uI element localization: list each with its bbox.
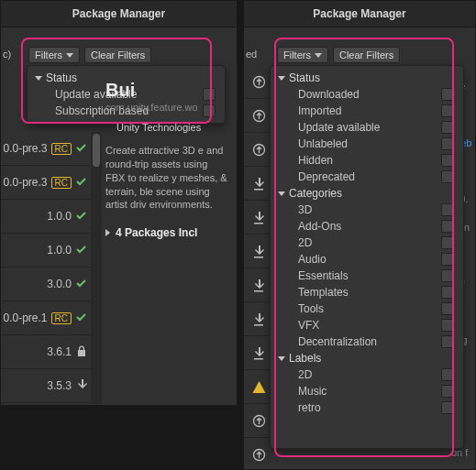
check-icon (75, 209, 87, 224)
checkbox[interactable] (441, 269, 454, 282)
version-row[interactable]: 3.6.1 (1, 335, 91, 369)
group-label: Status (289, 71, 320, 84)
filter-item[interactable]: Audio (271, 251, 463, 268)
checkbox[interactable] (441, 335, 454, 348)
panel-title: Package Manager (72, 7, 165, 20)
filter-item-label: 2D (298, 368, 312, 381)
left-panel: Package Manager c) Filters Clear Filters… (0, 0, 238, 406)
filter-item-label: Hidden (298, 154, 333, 167)
checkbox[interactable] (441, 88, 454, 101)
filter-item[interactable]: Tools (271, 301, 463, 317)
checkbox[interactable] (441, 121, 454, 134)
toolbar: Filters Clear Filters (1, 47, 237, 63)
group-labels[interactable]: Labels (271, 350, 463, 366)
check-icon (75, 311, 87, 325)
version-list: 0.0-pre.3RC0.0-pre.3RC1.0.01.0.03.0.00.0… (1, 132, 91, 403)
group-categories[interactable]: Categories (271, 185, 463, 202)
checkbox[interactable] (441, 368, 454, 381)
filter-item-label: Essentials (298, 269, 349, 282)
group-status[interactable]: Status (271, 70, 463, 86)
rc-badge: RC (51, 312, 72, 324)
filter-item[interactable]: Hidden (271, 152, 463, 169)
package-description: Create attractive 3D e and round-trip as… (105, 144, 228, 212)
checkbox[interactable] (441, 286, 454, 299)
version-row[interactable]: 0.0-pre.3RC (1, 132, 91, 166)
version-row[interactable]: 0.0-pre.1RC (1, 301, 91, 335)
filter-item[interactable]: Add-Ons (271, 218, 463, 235)
filter-item-label: Tools (298, 302, 324, 315)
group-label: Categories (289, 187, 342, 200)
lock-icon (75, 344, 87, 359)
package-author: Unity Technologies (105, 122, 228, 133)
filter-item-label: VFX (298, 319, 319, 332)
version-row[interactable]: 3.0.0 (1, 268, 91, 301)
filter-item[interactable]: Unlabeled (271, 136, 463, 152)
check-icon (75, 243, 87, 257)
filter-item-label: Deprecated (298, 170, 355, 183)
version-row[interactable]: 1.0.0 (1, 200, 91, 234)
filters-button[interactable]: Filters (277, 47, 328, 63)
filter-item-label: Audio (298, 253, 327, 266)
scrollbar[interactable] (91, 132, 102, 404)
filter-item-label: 2D (298, 236, 312, 249)
expand-icon (35, 76, 42, 81)
checkbox[interactable] (441, 385, 454, 398)
checkbox[interactable] (441, 154, 454, 167)
checkbox[interactable] (441, 220, 454, 233)
clear-filters-button[interactable]: Clear Filters (333, 47, 400, 63)
filters-button[interactable]: Filters (28, 47, 80, 63)
rc-badge: RC (51, 177, 72, 189)
check-icon (75, 141, 87, 156)
filter-item[interactable]: 2D (271, 235, 463, 251)
filter-item-label: Unlabeled (298, 137, 348, 150)
check-icon (75, 277, 87, 291)
expand-right-icon (105, 229, 110, 236)
packages-included-row[interactable]: 4 Packages Incl (105, 226, 228, 239)
version-text: 0.0-pre.1 (4, 312, 48, 324)
filter-item-label: retro (298, 401, 321, 414)
version-text: 1.0.0 (47, 244, 72, 257)
filter-item[interactable]: Decentralization (271, 333, 463, 350)
filters-label: Filters (283, 49, 311, 60)
package-title: Bui (105, 80, 228, 100)
checkbox[interactable] (441, 203, 454, 216)
rc-badge: RC (51, 143, 72, 155)
filter-item[interactable]: Templates (271, 284, 463, 301)
clear-filters-button[interactable]: Clear Filters (84, 47, 151, 63)
filter-item[interactable]: Update available (271, 119, 463, 136)
filter-item[interactable]: Music (271, 383, 463, 399)
filter-item[interactable]: retro (271, 399, 463, 416)
checkbox[interactable] (441, 302, 454, 315)
checkbox[interactable] (441, 236, 454, 249)
check-icon (75, 175, 87, 190)
version-row[interactable]: 3.5.3 (1, 369, 91, 403)
expand-icon (278, 356, 285, 361)
checkbox[interactable] (441, 104, 454, 117)
expand-icon (278, 76, 285, 81)
filter-item[interactable]: 3D (271, 202, 463, 218)
group-label: Labels (289, 352, 321, 365)
checkbox[interactable] (441, 170, 454, 183)
filter-item[interactable]: Essentials (271, 268, 463, 284)
filter-item[interactable]: Imported (271, 103, 463, 119)
checkbox[interactable] (441, 319, 454, 332)
filter-item[interactable]: VFX (271, 317, 463, 333)
version-text: 0.0-pre.3 (4, 142, 48, 155)
version-row[interactable]: 1.0.0 (1, 234, 91, 268)
group-label: Status (46, 71, 77, 84)
filter-item-label: Decentralization (298, 335, 377, 348)
checkbox[interactable] (441, 137, 454, 150)
right-panel: Package Manager ed Filters Clear Filters… (243, 0, 476, 470)
panel-header: Package Manager (1, 1, 237, 27)
checkbox[interactable] (441, 253, 454, 266)
filter-item-label: Downloaded (298, 88, 360, 101)
version-row[interactable]: 0.0-pre.3RC (1, 166, 91, 200)
filters-label: Filters (35, 49, 62, 60)
filter-item[interactable]: Deprecated (271, 169, 463, 185)
filter-item-label: Music (298, 385, 327, 398)
filter-item[interactable]: 2D (271, 366, 463, 383)
version-text: 1.0.0 (47, 210, 72, 223)
version-text: 0.0-pre.3 (4, 176, 48, 189)
filter-item[interactable]: Downloaded (271, 86, 463, 103)
checkbox[interactable] (441, 401, 454, 414)
